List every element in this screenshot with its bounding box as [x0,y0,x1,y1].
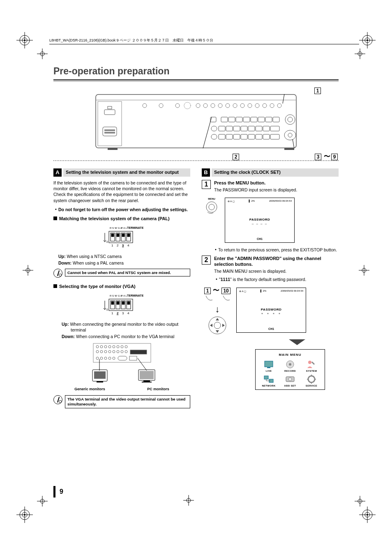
svg-rect-44 [104,110,115,115]
svg-point-141 [108,345,111,348]
hdd-icon [285,375,295,384]
svg-point-149 [108,350,111,353]
callout-9: 9 [331,154,338,160]
note-a2: The VGA terminal and the video output te… [65,395,190,408]
svg-rect-82 [270,126,279,131]
svg-rect-129 [122,302,125,304]
caution-icon [53,269,62,278]
caution-icon [53,395,62,404]
registration-mark [16,32,33,48]
svg-text:TERMINATE: TERMINATE [127,226,144,229]
svg-rect-75 [219,126,225,131]
registration-mark [359,507,376,523]
svg-point-143 [117,345,119,348]
title-rule [53,79,339,82]
svg-rect-67 [228,117,235,122]
registration-mark [359,32,376,48]
svg-rect-85 [226,134,233,139]
svg-text:1: 1 [111,244,113,247]
svg-rect-169 [143,380,150,382]
step-1-number: 1 [202,180,211,189]
svg-rect-181 [264,376,268,379]
monitor-figure [53,343,190,385]
svg-point-152 [121,350,123,353]
live-icon [263,360,274,369]
svg-line-98 [283,94,284,104]
svg-text:TERMINATE: TERMINATE [127,294,144,297]
svg-rect-161 [129,356,137,360]
svg-rect-176 [265,361,273,367]
square-bullet-icon [53,284,57,288]
svg-point-60 [248,104,252,108]
svg-rect-69 [243,117,250,122]
section-a-intro: If the television system of the camera t… [53,180,190,203]
svg-text:P A L: P A L [121,295,127,297]
svg-rect-170 [142,382,152,382]
svg-rect-107 [111,234,114,237]
svg-rect-70 [251,117,257,122]
svg-rect-109 [117,234,119,237]
svg-point-95 [288,133,292,137]
print-header: L8HBT_WA(DSR-2116_2108)(GB).book 9 ページ ２… [49,38,359,44]
svg-point-63 [270,104,274,108]
page-number: 9 [53,486,63,497]
svg-text:ő: ő [106,308,108,311]
svg-point-138 [96,345,99,348]
svg-text:ő: ő [106,240,108,243]
svg-rect-160 [118,356,127,360]
password-screen-1: ⊕ A ◻▌ 2%2009/05/03 09:04:54 PASSWORD – … [225,198,295,243]
svg-point-50 [159,104,163,108]
svg-point-142 [113,345,115,348]
svg-point-57 [226,104,230,108]
network-icon [263,375,274,384]
crosshair-mark [355,48,365,59]
bullet-b1: To return to the previous screen, press … [218,247,337,253]
svg-text:4: 4 [127,311,129,315]
password-screen-2: ⊕ A ◻▌ 2%2009/05/03 09:04:54 PASSWORD ＊ … [236,288,306,333]
svg-point-62 [263,104,267,108]
svg-line-97 [293,139,294,148]
callout-2: 2 [233,154,239,160]
svg-rect-48 [104,132,115,134]
svg-line-163 [138,358,147,371]
crosshair-mark [37,48,48,59]
bullet-a1: Do not forget to turn off the power when… [58,207,188,212]
svg-rect-41 [96,94,296,148]
svg-point-59 [240,104,244,108]
subhead-a1: Matching the television system of the ca… [59,216,170,221]
column-right: B Setting the clock (CLOCK SET) 1 Press … [202,168,339,414]
svg-point-157 [104,357,107,359]
step-1-text: The PASSWORD input screen is displayed. [214,187,339,193]
svg-point-144 [121,345,123,348]
svg-point-49 [143,104,147,108]
svg-point-146 [96,350,99,353]
svg-point-148 [104,350,107,353]
tilde-icon: 〜 [324,154,330,159]
svg-rect-100 [284,148,294,150]
svg-rect-90 [263,134,270,139]
svg-rect-111 [122,234,125,237]
svg-point-151 [117,350,119,353]
svg-rect-80 [256,126,262,131]
svg-rect-127 [117,302,119,304]
arrow-down-icon: ↓ [204,304,231,315]
device-illustration: 1 2 3 〜 9 [53,94,339,154]
svg-rect-177 [267,367,270,368]
svg-rect-47 [104,129,115,131]
subhead-a2: Selecting the type of monitor (VGA) [59,283,136,289]
svg-rect-79 [248,126,255,131]
svg-point-145 [125,345,127,348]
svg-point-180 [308,361,311,364]
step-1-title: Press the MENU button. [214,180,339,186]
svg-point-156 [100,357,103,359]
svg-line-96 [203,117,212,148]
registration-mark [16,507,33,523]
svg-point-55 [211,104,215,108]
svg-point-179 [289,363,291,366]
svg-point-58 [233,104,237,108]
svg-point-140 [104,345,107,348]
svg-point-51 [175,104,180,108]
svg-point-153 [125,350,127,353]
dpad-icon [204,316,231,335]
svg-rect-66 [221,117,228,122]
